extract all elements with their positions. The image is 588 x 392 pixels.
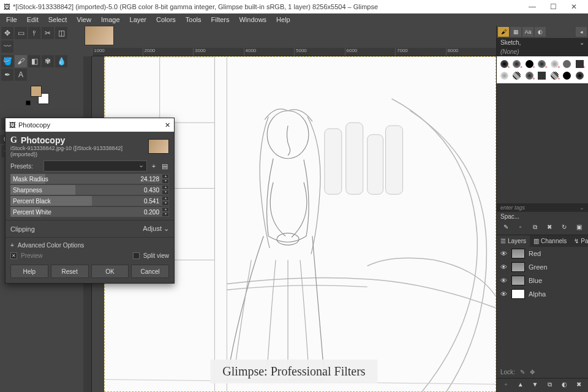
tool-free-select[interactable]: ⫯ xyxy=(28,27,40,39)
channel-row-blue[interactable]: 👁 Blue xyxy=(497,274,588,287)
slider-stepper[interactable]: ▴▾ xyxy=(162,174,169,184)
preset-menu-button[interactable]: ▤ xyxy=(160,162,169,170)
brush-preset[interactable] xyxy=(499,70,510,81)
slider-stepper[interactable]: ▴▾ xyxy=(162,196,169,206)
edit-brush-button[interactable]: ✎ xyxy=(501,224,511,232)
new-brush-button[interactable]: ▫ xyxy=(516,224,526,232)
eye-icon[interactable]: 👁 xyxy=(500,290,508,298)
menu-windows[interactable]: Windows xyxy=(235,15,270,24)
tag-filter[interactable]: enter tags ⌄ xyxy=(497,203,588,212)
open-as-image-button[interactable]: ▣ xyxy=(574,224,584,232)
tool-rect-select[interactable]: ▭ xyxy=(15,27,27,39)
brush-preset[interactable]: + xyxy=(537,59,547,69)
split-view-checkbox[interactable] xyxy=(133,252,140,259)
menu-colors[interactable]: Colors xyxy=(153,15,179,24)
color-swatches[interactable] xyxy=(31,86,49,104)
menu-filters[interactable]: Filters xyxy=(208,15,233,24)
preview-checkbox[interactable]: ✕ xyxy=(10,252,17,259)
tool-path[interactable]: ✒ xyxy=(1,69,13,81)
maximize-button[interactable]: ☐ xyxy=(543,2,564,11)
tab-channels[interactable]: ▥Channels xyxy=(530,235,570,247)
help-button[interactable]: Help xyxy=(10,265,48,278)
channel-row-green[interactable]: 👁 Green xyxy=(497,260,588,274)
brush-preset[interactable] xyxy=(537,70,547,81)
cancel-button[interactable]: Cancel xyxy=(131,265,169,278)
clipping-select[interactable]: Adjust ⌄ xyxy=(143,225,169,233)
ok-button[interactable]: OK xyxy=(91,265,129,278)
menu-help[interactable]: Help xyxy=(273,15,294,24)
raise-channel-button[interactable]: ▲ xyxy=(516,381,526,390)
brushes-tab[interactable]: 🖌 xyxy=(498,27,509,37)
brush-preset[interactable]: + xyxy=(524,70,535,81)
eye-icon[interactable]: 👁 xyxy=(500,277,508,284)
brush-preset[interactable] xyxy=(562,70,572,81)
history-tab[interactable]: ◐ xyxy=(535,27,546,37)
eye-icon[interactable]: 👁 xyxy=(500,263,508,271)
tool-paintbrush[interactable]: 🖌 xyxy=(15,55,27,67)
brush-preset[interactable]: + xyxy=(524,59,535,69)
menu-view[interactable]: View xyxy=(73,15,95,24)
slider-track[interactable]: Sharpness0.430 xyxy=(10,185,162,195)
slider-stepper[interactable]: ▴▾ xyxy=(162,185,169,195)
brush-preset[interactable]: + xyxy=(511,59,522,69)
brush-preset[interactable] xyxy=(575,70,585,81)
duplicate-brush-button[interactable]: ⧉ xyxy=(530,224,540,232)
menu-tools[interactable]: Tools xyxy=(182,15,205,24)
slider-stepper[interactable]: ▴▾ xyxy=(162,207,169,217)
presets-select[interactable]: ⌄ xyxy=(43,160,147,172)
brush-preset[interactable]: + xyxy=(549,59,560,69)
image-thumbnail[interactable] xyxy=(85,26,114,45)
menu-file[interactable]: File xyxy=(2,15,21,24)
brush-preset[interactable] xyxy=(511,70,522,81)
tab-paths[interactable]: ↯Paths xyxy=(570,235,588,247)
brush-preset[interactable] xyxy=(562,59,572,69)
delete-brush-button[interactable]: ✖ xyxy=(545,224,554,232)
patterns-tab[interactable]: ▦ xyxy=(510,27,521,37)
channel-row-red[interactable]: 👁 Red xyxy=(497,247,588,260)
duplicate-channel-button[interactable]: ⧉ xyxy=(545,381,554,390)
lock-pixels-icon[interactable]: ✎ xyxy=(520,369,525,375)
panel-menu-icon[interactable]: ◂ xyxy=(576,27,587,37)
refresh-brush-button[interactable]: ↻ xyxy=(559,224,569,232)
tool-smudge[interactable]: 💧 xyxy=(55,55,67,67)
brush-preset[interactable]: + xyxy=(499,59,510,69)
menu-select[interactable]: Select xyxy=(45,15,71,24)
tool-transform[interactable]: ◫ xyxy=(55,27,67,39)
lock-position-icon[interactable]: ✥ xyxy=(530,369,535,375)
menu-image[interactable]: Image xyxy=(97,15,124,24)
lower-channel-button[interactable]: ▼ xyxy=(530,381,540,390)
tool-move[interactable]: ✥ xyxy=(1,27,13,39)
slider-track[interactable]: Percent White0.200 xyxy=(10,207,162,217)
advanced-color-toggle[interactable]: + Advanced Color Options xyxy=(6,240,174,251)
tool-text[interactable]: A xyxy=(15,69,27,81)
brush-category-select[interactable]: Sketch, ⌄ xyxy=(497,38,588,47)
channel-row-alpha[interactable]: 👁 Alpha xyxy=(497,287,588,301)
fonts-tab[interactable]: Aa xyxy=(522,27,533,37)
dialog-close-button[interactable]: ✕ xyxy=(165,121,170,129)
spacing-slider[interactable]: Spac... xyxy=(497,212,588,221)
menu-edit[interactable]: Edit xyxy=(23,15,42,24)
delete-channel-button[interactable]: ✖ xyxy=(574,381,584,390)
preset-add-button[interactable]: + xyxy=(149,162,158,170)
close-button[interactable]: ✕ xyxy=(564,2,584,11)
reset-button[interactable]: Reset xyxy=(51,265,89,278)
dialog-titlebar[interactable]: 🖼 Photocopy ✕ xyxy=(6,118,174,132)
tool-clone[interactable]: ✾ xyxy=(42,55,54,67)
tool-crop[interactable]: ✂ xyxy=(42,27,54,39)
brush-preset[interactable]: + xyxy=(549,70,560,81)
to-selection-button[interactable]: ◐ xyxy=(559,381,569,390)
tab-layers[interactable]: ☰Layers xyxy=(497,235,530,247)
menu-layer[interactable]: Layer xyxy=(126,15,151,24)
fg-color-swatch[interactable] xyxy=(31,86,42,97)
brush-preset[interactable]: + xyxy=(575,59,585,69)
tool-warp[interactable]: 〰 xyxy=(1,40,13,53)
tool-bucket[interactable]: 🪣 xyxy=(1,55,13,67)
default-colors-icon[interactable] xyxy=(26,100,31,105)
slider-track[interactable]: Mask Radius24.128 xyxy=(10,174,162,184)
chevron-down-icon: ⌄ xyxy=(136,161,146,169)
slider-track[interactable]: Percent Black0.541 xyxy=(10,196,162,206)
tool-eraser[interactable]: ◧ xyxy=(28,55,40,67)
new-channel-button[interactable]: ▫ xyxy=(501,381,511,390)
minimize-button[interactable]: — xyxy=(522,2,543,11)
eye-icon[interactable]: 👁 xyxy=(500,250,508,257)
